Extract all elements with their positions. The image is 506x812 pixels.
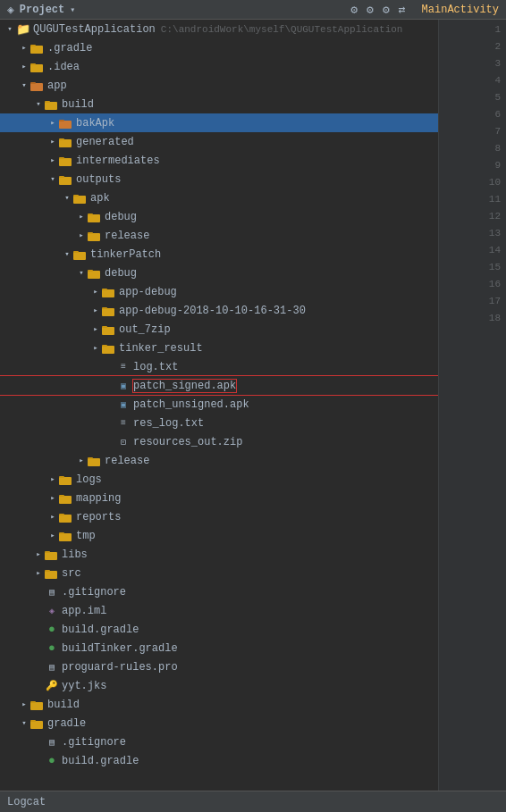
tree-item[interactable]: ▤.gitignore (0, 732, 438, 751)
svg-rect-23 (73, 251, 79, 253)
main-container: 📁QUGUTestApplicationC:\androidWork\mysel… (0, 20, 506, 791)
svg-rect-45 (45, 551, 50, 553)
svg-rect-18 (88, 214, 100, 222)
tree-item-label: libs (62, 548, 88, 561)
tree-item[interactable]: ●build.gradle (0, 751, 438, 770)
tree-item[interactable]: tmp (0, 526, 438, 545)
tree-item[interactable]: reports (0, 507, 438, 526)
svg-rect-7 (45, 101, 50, 103)
line-number: 3 (483, 55, 501, 72)
tree-item[interactable]: build (0, 695, 438, 714)
tree-item-label: .gitignore (62, 736, 126, 749)
tree-item-label: reports (76, 511, 121, 523)
tree-item[interactable]: ▣patch_signed.apk (0, 376, 438, 395)
tree-item[interactable]: bakApk (0, 113, 438, 132)
svg-rect-24 (88, 271, 100, 279)
settings-icon[interactable]: ⚙ (367, 3, 374, 17)
svg-rect-43 (59, 532, 64, 534)
folder-yellow-icon (59, 172, 73, 187)
line-number: 13 (483, 225, 501, 242)
tree-item[interactable]: ◈app.iml (0, 601, 438, 620)
tree-item-label: release (105, 455, 149, 467)
tree-item[interactable]: outputs (0, 170, 438, 188)
svg-rect-27 (102, 289, 107, 290)
config-icon[interactable]: ⚙ (383, 3, 390, 17)
tree-item[interactable]: ●build.gradle (0, 620, 438, 639)
tree-item-label: app.iml (62, 605, 106, 617)
tree-item[interactable]: ●buildTinker.gradle (0, 639, 438, 657)
tree-item-label: res_log.txt (133, 417, 204, 430)
tree-item[interactable]: app-debug-2018-10-10-16-31-30 (0, 301, 438, 320)
project-label: Project (20, 4, 64, 16)
svg-rect-19 (88, 213, 93, 215)
tree-item-label: apk (90, 192, 110, 205)
tree-item[interactable]: logs (0, 470, 438, 489)
jks-file-icon: 🔑 (45, 679, 59, 693)
tree-item[interactable]: ≡log.txt (0, 357, 438, 376)
tree-item-label: generated (76, 136, 134, 148)
tree-item[interactable]: ▣patch_unsigned.apk (0, 395, 438, 414)
tree-item[interactable]: ▤proguard-rules.pro (0, 657, 438, 676)
tree-item[interactable]: debug (0, 207, 438, 226)
file-tree: 📁QUGUTestApplicationC:\androidWork\mysel… (0, 20, 438, 791)
tree-item[interactable]: release (0, 226, 438, 245)
svg-rect-30 (102, 327, 114, 335)
tree-item-label: patch_unsigned.apk (133, 398, 249, 411)
sync-icon[interactable]: ⇄ (399, 3, 406, 17)
tree-item[interactable]: ≡res_log.txt (0, 414, 438, 432)
tree-item[interactable]: .gradle (0, 38, 438, 57)
tree-item[interactable]: intermediates (0, 151, 438, 170)
tree-item[interactable]: gradle (0, 714, 438, 732)
tab-label[interactable]: MainActivity (422, 4, 499, 16)
tree-item-label: out_7zip (119, 323, 171, 336)
svg-rect-16 (73, 196, 86, 204)
dropdown-arrow-icon[interactable]: ▾ (70, 4, 75, 15)
line-number: 15 (483, 259, 501, 276)
tree-item-label: QUGUTestApplication (33, 23, 156, 36)
svg-rect-31 (102, 326, 107, 328)
pro-file-icon: ▤ (45, 660, 59, 674)
tree-item[interactable]: out_7zip (0, 320, 438, 339)
tree-item[interactable]: src (0, 564, 438, 582)
apk-file-icon: ▣ (116, 398, 131, 412)
tree-item[interactable]: app-debug (0, 282, 438, 301)
svg-rect-20 (88, 233, 100, 241)
tree-item[interactable]: mapping (0, 489, 438, 507)
folder-yellow-icon (102, 304, 116, 318)
tree-arrow[interactable] (4, 23, 16, 36)
svg-rect-13 (59, 157, 64, 159)
tree-item-label: outputs (76, 173, 121, 186)
project-folder-icon: 📁 (16, 22, 30, 37)
tree-item[interactable]: apk (0, 188, 438, 207)
tree-item[interactable]: .idea (0, 57, 438, 76)
tree-item-label: proguard-rules.pro (62, 661, 178, 674)
logcat-label[interactable]: Logcat (7, 796, 46, 808)
line-number: 12 (483, 208, 501, 225)
folder-yellow-icon (59, 473, 73, 487)
tree-item[interactable]: debug (0, 264, 438, 282)
tree-item[interactable]: tinker_result (0, 339, 438, 357)
line-number: 6 (483, 106, 501, 123)
gear-icon[interactable]: ⚙ (350, 3, 358, 17)
tree-item-label: gradle (47, 717, 86, 730)
line-number: 14 (483, 242, 501, 259)
tree-item[interactable]: 🔑yyt.jks (0, 676, 438, 695)
svg-rect-2 (30, 64, 43, 72)
svg-rect-35 (88, 457, 93, 459)
tree-item-label: bakApk (76, 117, 114, 130)
tree-item[interactable]: tinkerPatch (0, 245, 438, 264)
svg-rect-38 (59, 496, 72, 504)
tree-item[interactable]: release (0, 451, 438, 470)
tree-item[interactable]: ▤.gitignore (0, 582, 438, 601)
tree-item[interactable]: ⊡resources_out.zip (0, 432, 438, 451)
folder-yellow-icon (102, 341, 116, 356)
tree-item-label: buildTinker.gradle (62, 642, 178, 655)
tree-item[interactable]: libs (0, 545, 438, 564)
svg-rect-3 (30, 63, 36, 65)
svg-rect-37 (59, 476, 64, 478)
svg-rect-29 (102, 307, 107, 309)
tree-item[interactable]: build (0, 95, 438, 113)
tree-item[interactable]: app (0, 76, 438, 95)
tree-item[interactable]: generated (0, 132, 438, 151)
tree-item[interactable]: 📁QUGUTestApplicationC:\androidWork\mysel… (0, 20, 438, 38)
